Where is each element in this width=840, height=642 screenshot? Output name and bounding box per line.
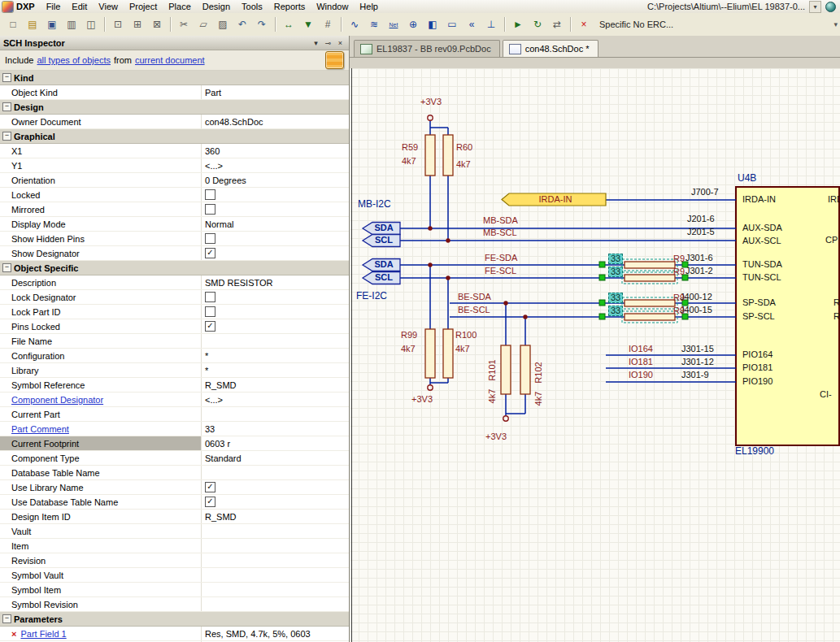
place-net-label-icon[interactable]: Net [385, 15, 403, 33]
sch-label-pio164[interactable]: PIO164 [742, 349, 773, 360]
property-row-object-kind[interactable]: Object KindPart [0, 85, 349, 100]
property-row-x1[interactable]: X1360 [0, 144, 349, 158]
category-design[interactable]: −Design [0, 100, 349, 115]
menu-place[interactable]: Place [163, 1, 197, 12]
menu-project[interactable]: Project [124, 1, 163, 12]
copy-icon[interactable]: ▱ [194, 15, 212, 33]
sch-label-ird[interactable]: IRD [828, 194, 840, 205]
sch-label-4k7[interactable]: 4k7 [401, 344, 416, 354]
checkbox[interactable] [205, 306, 215, 317]
include-document-link[interactable]: current document [135, 55, 205, 65]
sch-label-r59[interactable]: R59 [402, 142, 418, 153]
sch-label-3v3[interactable]: +3V3 [416, 97, 446, 107]
sch-label-u4b[interactable]: U4B [738, 173, 756, 184]
property-name-link[interactable]: Part Comment [11, 424, 69, 434]
sch-label-j301-2[interactable]: J301-2 [685, 266, 713, 276]
menu-design[interactable]: Design [197, 1, 236, 12]
property-row-part-comment[interactable]: Part Comment33 [0, 422, 349, 436]
sch-label-io181[interactable]: IO181 [629, 357, 653, 367]
property-value[interactable] [202, 597, 349, 611]
sch-label-3v3[interactable]: +3V3 [485, 432, 507, 442]
refresh-icon[interactable]: ↻ [529, 15, 546, 33]
sch-label-j301-9[interactable]: J301-9 [681, 370, 709, 380]
category-parameters[interactable]: −Parameters [0, 612, 349, 627]
collapse-icon[interactable]: − [2, 132, 11, 141]
sch-label-3v3[interactable]: +3V3 [411, 394, 433, 405]
property-value[interactable] [202, 305, 349, 319]
menu-help[interactable]: Help [354, 1, 384, 12]
property-row-symbol-reference[interactable]: Symbol ReferenceR_SMD [0, 378, 349, 393]
property-row-current-footprint[interactable]: Current Footprint0603 r [0, 436, 349, 451]
paste-icon[interactable]: ▨ [214, 15, 232, 33]
property-value[interactable]: Standard [202, 451, 349, 465]
navigate-icon[interactable]: ⇄ [548, 15, 566, 33]
sch-label-r9[interactable]: R9 [673, 267, 685, 277]
property-value[interactable] [202, 524, 349, 538]
property-row-vault[interactable]: Vault [0, 524, 349, 539]
sch-label-33[interactable]: 33 [608, 306, 623, 316]
property-value[interactable] [202, 407, 349, 421]
sch-label-33[interactable]: 33 [608, 254, 623, 264]
sch-label-be-scl[interactable]: BE-SCL [458, 305, 490, 315]
property-value[interactable]: ✓ [202, 319, 349, 333]
sch-label-r99[interactable]: R99 [401, 330, 417, 341]
tab-pcb[interactable]: EL19837 - BB rev09.PcbDoc [354, 40, 500, 57]
sch-label-fe-i2c[interactable]: FE-I2C [356, 291, 387, 301]
sch-label-cp[interactable]: CP [825, 235, 838, 245]
property-value[interactable] [202, 553, 349, 567]
collapse-icon[interactable]: − [2, 73, 11, 82]
sch-label-j301-6[interactable]: J301-6 [685, 253, 713, 263]
property-value[interactable] [202, 290, 349, 304]
property-value[interactable] [202, 539, 349, 553]
sch-label-sp-scl[interactable]: SP-SCL [742, 311, 775, 322]
sch-label-4k7[interactable]: 4k7 [456, 159, 471, 170]
sch-label-4k7[interactable]: 4k7 [402, 156, 416, 167]
checkbox[interactable]: ✓ [205, 248, 215, 258]
place-part-icon[interactable]: ◧ [424, 15, 442, 33]
property-row-revision[interactable]: Revision [0, 553, 349, 568]
zoom-area-icon[interactable]: ⊞ [128, 15, 146, 33]
property-row-locked[interactable]: Locked [0, 188, 349, 202]
undo-icon[interactable]: ↶ [233, 15, 251, 33]
place-port-icon[interactable]: « [463, 15, 481, 33]
property-row-pins-locked[interactable]: Pins Locked✓ [0, 319, 349, 334]
sch-label-aux-scl[interactable]: AUX-SCL [742, 236, 781, 246]
property-row-use-library-name[interactable]: Use Library Name✓ [0, 480, 349, 495]
toolbar-overflow-chevron-icon[interactable]: ▾ [831, 20, 840, 28]
menu-reports[interactable]: Reports [268, 1, 311, 12]
collapse-icon[interactable]: − [2, 102, 11, 111]
property-name-link[interactable]: Part Field 1 [20, 629, 66, 639]
sch-label-el19900[interactable]: EL19900 [735, 446, 774, 457]
include-types-link[interactable]: all types of objects [37, 55, 111, 65]
panel-pin-icon[interactable]: ⊸ [323, 37, 333, 48]
property-row-database-table-name[interactable]: Database Table Name [0, 466, 349, 480]
save-document-icon[interactable]: ▣ [43, 15, 61, 33]
category-object-specific[interactable]: −Object Specific [0, 261, 349, 275]
collapse-icon[interactable]: − [2, 263, 11, 272]
print-icon[interactable]: ▥ [63, 15, 81, 33]
open-document-icon[interactable]: ▤ [24, 15, 41, 33]
property-value[interactable] [202, 568, 349, 582]
sch-label-mb-sda[interactable]: MB-SDA [483, 215, 518, 226]
compile-icon[interactable]: ► [509, 15, 527, 33]
checkbox[interactable] [205, 233, 215, 244]
property-value[interactable]: ✓ [202, 480, 349, 494]
property-row-mirrored[interactable]: Mirrored [0, 202, 349, 217]
no-erc-icon[interactable]: × [575, 15, 593, 33]
checkbox[interactable]: ✓ [205, 497, 215, 507]
sch-label-j301-12[interactable]: J301-12 [681, 357, 714, 367]
sch-label-4k7[interactable]: 4k7 [533, 383, 544, 415]
property-value[interactable]: Res, SMD, 4.7k, 5%, 0603 [202, 627, 349, 640]
property-value[interactable]: Part [202, 85, 349, 99]
sch-label-j201-5[interactable]: J201-5 [687, 227, 715, 237]
checkbox[interactable]: ✓ [205, 321, 215, 332]
place-power-port-icon[interactable]: ⊥ [482, 15, 500, 33]
sch-label-pio190[interactable]: PIO190 [742, 376, 773, 387]
sch-label-aux-sda[interactable]: AUX-SDA [742, 223, 782, 233]
property-row-use-database-table-name[interactable]: Use Database Table Name✓ [0, 495, 349, 510]
sch-label-ci[interactable]: CI- [820, 389, 832, 400]
property-row-component-designator[interactable]: Component Designator<...> [0, 393, 349, 407]
property-row-item[interactable]: Item [0, 539, 349, 553]
property-value[interactable]: <...> [202, 158, 349, 172]
schematic-canvas[interactable]: +3V3R594k7R604k7MB-I2CSDASCLIRDA-INJ700-… [350, 68, 840, 642]
